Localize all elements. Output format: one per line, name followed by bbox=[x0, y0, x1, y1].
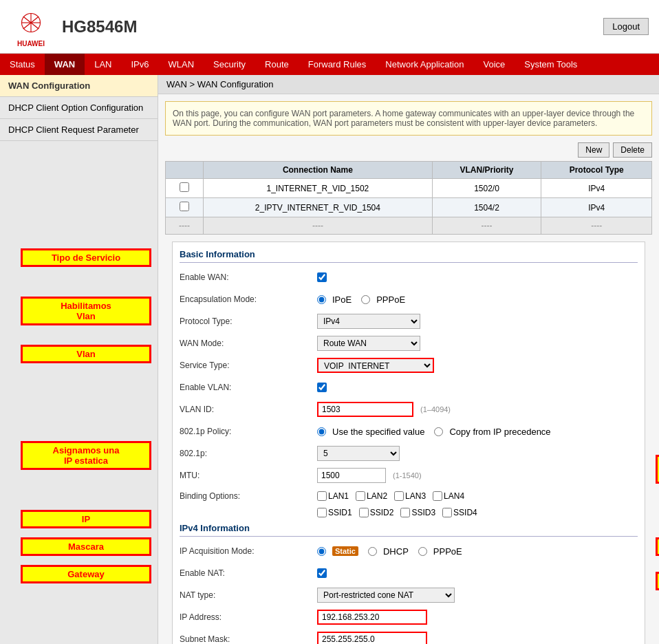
enable-vlan-label: Enable VLAN: bbox=[180, 383, 317, 392]
nav-status[interactable]: Status bbox=[0, 54, 45, 75]
policy-val-select[interactable]: 5 bbox=[317, 446, 400, 461]
sidebar-wan-config[interactable]: WAN Configuration bbox=[0, 75, 158, 97]
encap-ipoe-label: IPoE bbox=[332, 294, 352, 305]
dash-protocol: ---- bbox=[541, 217, 652, 235]
enable-nat-label: Enable NAT: bbox=[180, 568, 317, 578]
wan-mode-select[interactable]: Route WAN bbox=[317, 336, 420, 351]
vlan-id-row: VLAN ID: (1–4094) bbox=[180, 400, 638, 418]
info-box: On this page, you can configure WAN port… bbox=[165, 101, 652, 136]
subnet-mask-row: Subnet Mask: bbox=[180, 630, 638, 644]
lan1-checkbox[interactable] bbox=[317, 491, 327, 501]
table-row: 1_INTERNET_R_VID_1502 1502/0 IPv4 bbox=[166, 179, 652, 198]
annotation-asignamos-ip: Asignamos unaIP estatica bbox=[21, 441, 151, 470]
table-actions: New Delete bbox=[165, 142, 652, 158]
mtu-input[interactable] bbox=[317, 468, 386, 483]
new-button[interactable]: New bbox=[578, 142, 609, 158]
dash-vlan: ---- bbox=[432, 217, 541, 235]
annotation-mascara: Mascara bbox=[21, 537, 151, 556]
connection-table-section: New Delete Connection Name VLAN/Priority… bbox=[165, 142, 652, 235]
row2-protocol: IPv4 bbox=[541, 198, 652, 217]
logout-button[interactable]: Logout bbox=[603, 18, 649, 35]
ip-pppoe-radio[interactable] bbox=[418, 547, 427, 556]
ssid4-checkbox[interactable] bbox=[442, 508, 452, 517]
mtu-hint: (1-1540) bbox=[393, 471, 422, 480]
enable-wan-checkbox[interactable] bbox=[317, 272, 327, 282]
col-vlan: VLAN/Priority bbox=[432, 162, 541, 179]
annotation-gateway: Gateway bbox=[21, 565, 151, 583]
dash-check: ---- bbox=[166, 217, 204, 235]
annotation-vlan: Vlan bbox=[21, 345, 151, 363]
encap-ipoe-radio[interactable] bbox=[317, 295, 326, 304]
nav-lan[interactable]: LAN bbox=[85, 54, 121, 75]
enable-vlan-checkbox[interactable] bbox=[317, 383, 327, 392]
vlan-id-input[interactable] bbox=[317, 402, 413, 417]
policy-copy-radio[interactable] bbox=[434, 427, 443, 436]
connection-table: Connection Name VLAN/Priority Protocol T… bbox=[165, 161, 652, 235]
nav-route[interactable]: Route bbox=[255, 54, 299, 75]
ssid3-checkbox[interactable] bbox=[400, 508, 410, 517]
main-nav: Status WAN LAN IPv6 WLAN Security Route … bbox=[0, 54, 659, 75]
ssid2-checkbox[interactable] bbox=[359, 508, 369, 517]
lan2-label: LAN2 bbox=[367, 491, 387, 501]
sidebar-dhcp-request[interactable]: DHCP Client Request Parameter bbox=[0, 119, 158, 141]
subnet-mask-input[interactable] bbox=[317, 632, 427, 644]
service-type-row: Service Type: VOIP_INTERNET bbox=[180, 356, 638, 374]
row2-vlan: 1504/2 bbox=[432, 198, 541, 217]
ip-address-label: IP Address: bbox=[180, 612, 317, 622]
nat-type-row: NAT type: Port-restricted cone NAT bbox=[180, 586, 638, 604]
breadcrumb: WAN > WAN Configuration bbox=[158, 75, 659, 94]
ssid4-label: SSID4 bbox=[453, 508, 477, 517]
enable-wan-label: Enable WAN: bbox=[180, 272, 317, 282]
binding-label: Binding Options: bbox=[180, 491, 317, 501]
enable-vlan-row: Enable VLAN: bbox=[180, 378, 638, 396]
protocol-type-row: Protocol Type: IPv4 bbox=[180, 312, 638, 330]
ip-dhcp-radio[interactable] bbox=[368, 547, 377, 556]
protocol-type-select[interactable]: IPv4 bbox=[317, 314, 420, 329]
nat-type-select[interactable]: Port-restricted cone NAT bbox=[317, 588, 455, 603]
nav-voice[interactable]: Voice bbox=[473, 54, 515, 75]
binding-row: Binding Options: LAN1 LAN2 LAN3 LAN4 SSI… bbox=[180, 489, 638, 517]
row2-name: 2_IPTV_INTERNET_R_VID_1504 bbox=[204, 198, 433, 217]
ip-static-radio[interactable] bbox=[317, 547, 326, 556]
policy-specified-radio[interactable] bbox=[317, 427, 326, 436]
nav-wlan[interactable]: WLAN bbox=[159, 54, 204, 75]
form-section: Basic Information Enable WAN: Encapsulat… bbox=[172, 242, 645, 644]
enable-wan-row: Enable WAN: bbox=[180, 268, 638, 286]
policy-row: 802.1p Policy: Use the specified value C… bbox=[180, 422, 638, 440]
service-type-select[interactable]: VOIP_INTERNET bbox=[317, 358, 434, 373]
col-checkbox bbox=[166, 162, 204, 179]
enable-nat-row: Enable NAT: bbox=[180, 564, 638, 582]
policy-copy-label: Copy from IP precedence bbox=[449, 427, 550, 437]
ip-address-row: IP Address: bbox=[180, 608, 638, 626]
delete-button[interactable]: Delete bbox=[613, 142, 652, 158]
ip-dhcp-label: DHCP bbox=[383, 546, 409, 557]
encap-pppoe-label: PPPoE bbox=[376, 294, 405, 305]
ip-acquisition-label: IP Acquisition Mode: bbox=[180, 546, 317, 556]
lan2-checkbox[interactable] bbox=[356, 491, 365, 501]
lan3-label: LAN3 bbox=[405, 491, 426, 501]
ssid1-checkbox[interactable] bbox=[317, 508, 327, 517]
ipv4-title: IPv4 Information bbox=[180, 523, 638, 537]
sidebar-dhcp-option[interactable]: DHCP Client Option Configuration bbox=[0, 97, 158, 119]
nav-wan[interactable]: WAN bbox=[45, 54, 85, 75]
lan3-checkbox[interactable] bbox=[394, 491, 404, 501]
lan4-checkbox[interactable] bbox=[433, 491, 442, 501]
nav-network-app[interactable]: Network Application bbox=[376, 54, 473, 75]
encapsulation-label: Encapsulation Mode: bbox=[180, 294, 317, 304]
row1-checkbox[interactable] bbox=[180, 182, 189, 192]
nav-forward[interactable]: Forward Rules bbox=[299, 54, 376, 75]
annotation-habilitamos-vlan: HabilitamosVlan bbox=[21, 297, 151, 325]
nav-system-tools[interactable]: System Tools bbox=[515, 54, 587, 75]
enable-nat-checkbox[interactable] bbox=[317, 568, 327, 578]
nav-ipv6[interactable]: IPv6 bbox=[122, 54, 159, 75]
nav-security[interactable]: Security bbox=[204, 54, 255, 75]
vlan-hint: (1–4094) bbox=[420, 405, 451, 414]
ip-static-label: Static bbox=[332, 546, 358, 556]
basic-info-title: Basic Information bbox=[180, 249, 638, 263]
lan1-label: LAN1 bbox=[328, 491, 349, 501]
ip-address-input[interactable] bbox=[317, 610, 427, 625]
encap-pppoe-radio[interactable] bbox=[361, 295, 370, 304]
row2-checkbox[interactable] bbox=[180, 202, 189, 211]
protocol-type-label: Protocol Type: bbox=[180, 316, 317, 326]
nat-type-label: NAT type: bbox=[180, 590, 317, 600]
